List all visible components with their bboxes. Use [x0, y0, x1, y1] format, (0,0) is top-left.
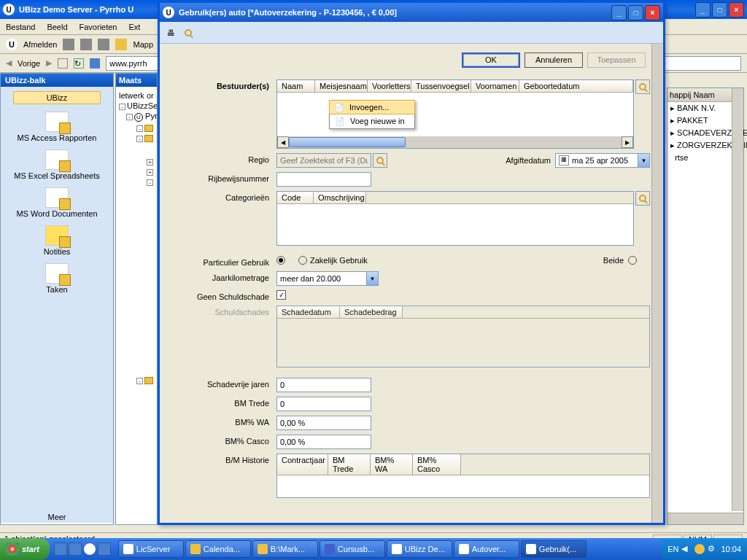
- dialog-close-button[interactable]: ×: [645, 5, 660, 20]
- stop-icon[interactable]: [58, 58, 68, 69]
- task-item[interactable]: Calenda...: [185, 540, 251, 558]
- print-icon[interactable]: 🖶: [164, 26, 177, 39]
- tree-row[interactable]: -: [119, 123, 154, 132]
- rijbewijs-input[interactable]: [276, 172, 371, 187]
- bmhistorie-grid[interactable]: Contractjaar BM Trede BM% WA BM% Casco: [276, 454, 650, 498]
- context-menu-invoegen[interactable]: 📄 Invoegen...: [329, 100, 415, 114]
- home-icon[interactable]: [90, 58, 100, 69]
- bmwa-label: BM% WA: [167, 416, 276, 427]
- paste-icon[interactable]: [98, 39, 109, 50]
- dropdown-icon[interactable]: ▼: [638, 154, 649, 167]
- col-geboortedatum[interactable]: Geboortedatum: [519, 80, 633, 92]
- col-bmtrede[interactable]: BM Trede: [328, 454, 371, 475]
- close-button[interactable]: ×: [729, 2, 744, 18]
- tray-icon[interactable]: ◀: [681, 544, 692, 554]
- scrollbar-vertical[interactable]: [732, 88, 743, 511]
- preview-icon[interactable]: [182, 26, 195, 39]
- col-tussenvoegsel[interactable]: Tussenvoegsel: [411, 80, 471, 92]
- schadevrije-input[interactable]: [276, 378, 371, 392]
- sidebar-selected[interactable]: UBizz: [13, 91, 101, 104]
- ql-desktop-icon[interactable]: [69, 542, 82, 556]
- dialog-titlebar[interactable]: U Gebruik(ers) auto [*Autoverzekering - …: [160, 3, 663, 22]
- beide-radio[interactable]: [628, 256, 640, 265]
- col-contractjaar[interactable]: Contractjaar: [277, 454, 328, 475]
- tree-row[interactable]: -UBizzSe: [119, 101, 154, 110]
- sidebar-item-access[interactable]: MS Access Rapporten: [4, 112, 110, 142]
- sidebar-item-taken[interactable]: Taken: [4, 263, 110, 294]
- afmelden-button[interactable]: Afmelden: [23, 40, 57, 49]
- menu-beeld[interactable]: Beeld: [47, 23, 67, 31]
- sidebar-more[interactable]: Meer: [1, 513, 113, 521]
- col-bmwa[interactable]: BM% WA: [371, 454, 413, 475]
- bestuurders-lookup-button[interactable]: [635, 79, 650, 94]
- task-item[interactable]: UBizz De...: [387, 540, 452, 558]
- col-naam[interactable]: Naam: [277, 80, 315, 92]
- tree-row[interactable]: -: [119, 133, 154, 142]
- sidebar-item-notities[interactable]: Notities: [4, 225, 110, 256]
- minimize-button[interactable]: _: [695, 2, 711, 18]
- bmcasco-input[interactable]: [276, 435, 371, 449]
- categorieen-grid[interactable]: Code Omschrijving: [276, 191, 634, 246]
- copy-icon[interactable]: [80, 39, 92, 50]
- vorige-label[interactable]: Vorige: [18, 59, 40, 68]
- tree-row[interactable]: -U Pyrr: [119, 112, 154, 122]
- language-indicator[interactable]: EN: [667, 545, 678, 553]
- task-item[interactable]: B:\Mark...: [252, 540, 318, 558]
- menu-favorieten[interactable]: Favorieten: [80, 23, 117, 31]
- dialog-maximize-button[interactable]: □: [628, 5, 643, 20]
- ql-ie-icon[interactable]: [54, 542, 67, 556]
- refresh-icon[interactable]: ↻: [74, 58, 84, 69]
- jaarkm-combo[interactable]: meer dan 20.000 ▼: [276, 271, 379, 286]
- menu-bestand[interactable]: Bestand: [6, 23, 35, 31]
- bmtrede-input[interactable]: [276, 397, 371, 411]
- categorieen-lookup-button[interactable]: [635, 191, 650, 206]
- task-item[interactable]: Autover...: [454, 540, 519, 558]
- col-code[interactable]: Code: [277, 192, 314, 203]
- access-icon: [45, 112, 69, 132]
- regio-input[interactable]: [276, 153, 371, 168]
- tree-row[interactable]: -: [119, 376, 154, 384]
- zakelijk-radio[interactable]: Zakelijk Gebruik: [298, 256, 368, 265]
- mappen-button[interactable]: Mapp: [133, 40, 153, 49]
- task-item[interactable]: Cursusb...: [320, 540, 385, 558]
- sidebar-item-word[interactable]: MS Word Documenten: [4, 187, 110, 218]
- clock[interactable]: 10:04: [721, 545, 741, 553]
- print-icon[interactable]: [63, 39, 74, 50]
- folder-icon[interactable]: [115, 39, 127, 50]
- task-item-active[interactable]: Gebruik(...: [521, 540, 587, 558]
- grid-scrollbar[interactable]: ◀▶: [277, 136, 633, 148]
- task-item[interactable]: LicServer: [118, 540, 184, 558]
- tree-row[interactable]: +: [119, 167, 154, 176]
- start-button[interactable]: start: [0, 538, 50, 560]
- col-bmcasco[interactable]: BM% Casco: [413, 454, 461, 475]
- bmwa-input[interactable]: [276, 416, 371, 430]
- dropdown-icon[interactable]: ▼: [366, 272, 378, 285]
- ql-icon[interactable]: [98, 542, 111, 556]
- cancel-button[interactable]: Annuleren: [525, 52, 583, 68]
- sidebar-item-excel[interactable]: MS Excel Spreadsheets: [4, 149, 110, 180]
- maximize-button[interactable]: □: [712, 2, 727, 18]
- scrollbar-horizontal[interactable]: [667, 513, 743, 524]
- dialog-minimize-button[interactable]: _: [611, 5, 627, 20]
- system-tray[interactable]: EN ◀ ⚙ 10:04: [662, 538, 747, 560]
- tray-icon[interactable]: ⚙: [708, 544, 718, 554]
- tree-row[interactable]: -: [119, 177, 154, 186]
- forward-icon[interactable]: ▶: [46, 58, 52, 68]
- context-menu-voeg-nieuwe[interactable]: 📄 Voeg nieuwe in: [330, 114, 414, 128]
- tree-row[interactable]: +: [119, 157, 154, 166]
- afgiftedatum-picker[interactable]: ▦ ma 25 apr 2005 ▼: [555, 153, 650, 168]
- menu-ext[interactable]: Ext: [129, 23, 141, 31]
- col-voornamen[interactable]: Voornamen: [471, 80, 519, 92]
- tray-icon[interactable]: [694, 544, 705, 554]
- ok-button[interactable]: OK: [462, 52, 520, 68]
- col-omschrijving[interactable]: Omschrijving: [314, 192, 366, 203]
- ql-ubizz-icon[interactable]: [83, 542, 96, 556]
- regio-lookup-button[interactable]: [373, 153, 387, 168]
- back-icon[interactable]: ◀: [6, 58, 12, 68]
- particulier-radio[interactable]: [276, 256, 288, 265]
- col-meisjesnaam[interactable]: Meisjesnaam: [315, 80, 368, 92]
- dialog-scrollbar[interactable]: [651, 44, 663, 523]
- tree-row[interactable]: letwerk or: [119, 91, 154, 100]
- col-voorletters[interactable]: Voorletters: [368, 80, 411, 92]
- geenschuld-checkbox[interactable]: ✓: [276, 290, 286, 300]
